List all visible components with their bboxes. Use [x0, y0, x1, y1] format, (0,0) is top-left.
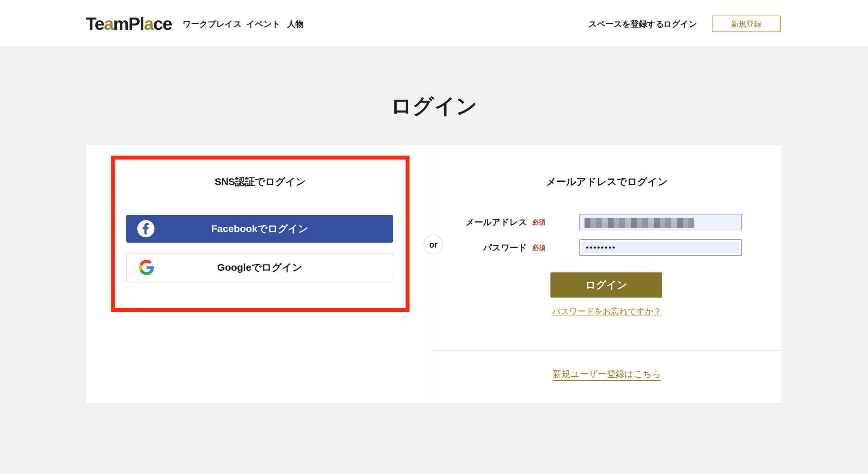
login-card: SNS認証でログイン Facebookでログイン Googleでログイン or …	[86, 145, 781, 403]
login-submit-label: ログイン	[586, 278, 627, 292]
forgot-password-row: パスワードをお忘れですか？	[433, 306, 781, 317]
register-space-link[interactable]: スペースを登録する	[588, 19, 664, 29]
nav-item-workplace[interactable]: ワークプレイス	[183, 19, 242, 29]
facebook-login-label: Facebookでログイン	[211, 222, 308, 236]
new-user-register-row: 新規ユーザー登録はこちら	[433, 368, 781, 380]
google-login-label: Googleでログイン	[217, 261, 302, 274]
sns-login-heading: SNS認証でログイン	[111, 176, 409, 188]
site-header: TeamPlace ワークプレイス イベント 人物 スペースを登録する ログイン…	[0, 0, 868, 46]
page-title: ログイン	[0, 94, 868, 118]
teamplace-logo[interactable]: TeamPlace	[86, 13, 172, 34]
header-login-link[interactable]: ログイン	[663, 19, 697, 29]
nav-item-people[interactable]: 人物	[287, 19, 304, 29]
signup-button[interactable]: 新規登録	[712, 16, 781, 32]
email-login-heading: メールアドレスでログイン	[433, 176, 781, 188]
forgot-password-link[interactable]: パスワードをお忘れですか？	[552, 306, 661, 316]
email-label-group: メールアドレス 必須	[465, 216, 546, 228]
email-value-pixelated	[585, 218, 694, 228]
signup-button-label: 新規登録	[731, 19, 762, 29]
logo-text: mPl	[113, 13, 144, 33]
password-required-badge: 必須	[532, 243, 546, 252]
nav-item-event[interactable]: イベント	[246, 19, 280, 29]
or-label: or	[429, 240, 438, 249]
logo-text: ce	[153, 13, 172, 33]
google-icon	[138, 259, 155, 276]
logo-text-gold: a	[104, 13, 113, 33]
password-autofill-area: ••••••••	[582, 242, 739, 253]
facebook-icon	[137, 220, 154, 237]
password-input[interactable]: ••••••••	[579, 239, 742, 256]
horizontal-divider	[433, 350, 781, 351]
password-masked-value: ••••••••	[586, 244, 616, 251]
logo-text-gold: a	[144, 13, 153, 33]
logo-text: Te	[86, 13, 104, 33]
facebook-login-button[interactable]: Facebookでログイン	[126, 215, 393, 243]
or-divider: or	[424, 235, 443, 255]
password-label: パスワード	[483, 242, 527, 254]
new-user-register-link[interactable]: 新規ユーザー登録はこちら	[553, 369, 661, 381]
email-input[interactable]	[579, 214, 742, 230]
password-label-group: パスワード 必須	[483, 242, 546, 254]
google-login-button[interactable]: Googleでログイン	[126, 254, 393, 282]
email-required-badge: 必須	[532, 218, 546, 227]
email-label: メールアドレス	[465, 216, 527, 228]
login-submit-button[interactable]: ログイン	[551, 272, 662, 298]
